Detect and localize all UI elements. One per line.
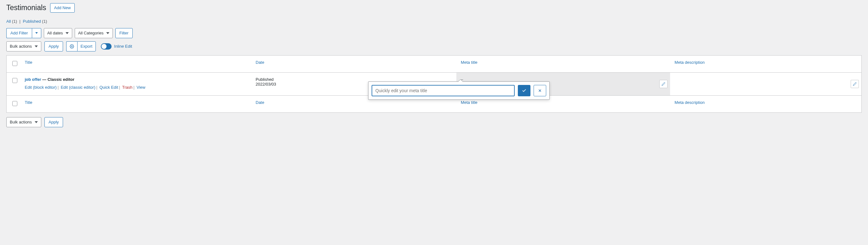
meta-title-input[interactable] xyxy=(372,85,515,96)
column-date-footer[interactable]: Date xyxy=(256,100,264,105)
popover-confirm-button[interactable] xyxy=(518,85,530,96)
edit-block-link[interactable]: Edit (block editor) xyxy=(25,85,57,90)
toggle-knob xyxy=(101,44,106,49)
table-row: job offer — Classic editor Edit (block e… xyxy=(7,72,862,96)
apply-button-bottom[interactable]: Apply xyxy=(44,117,63,127)
popover-cancel-button[interactable] xyxy=(534,85,546,96)
row-title-cell: job offer — Classic editor Edit (block e… xyxy=(21,72,251,96)
bulk-actions-select-top[interactable]: Bulk actions xyxy=(6,42,41,51)
add-new-button[interactable]: Add New xyxy=(50,3,75,12)
inline-edit-popover xyxy=(368,81,550,100)
gear-icon xyxy=(70,44,74,49)
status-filter-links: All (1) | Published (1) xyxy=(6,19,862,24)
row-meta-description-cell xyxy=(670,72,861,96)
view-link[interactable]: View xyxy=(136,85,145,90)
select-all-header xyxy=(7,55,21,72)
add-filter-button[interactable]: Add Filter xyxy=(6,28,32,38)
column-title-footer[interactable]: Title xyxy=(25,100,32,105)
check-icon xyxy=(522,88,526,93)
edit-meta-title-button[interactable] xyxy=(659,80,668,88)
add-filter-dropdown-button[interactable] xyxy=(32,28,41,38)
page-header: Testimonials Add New xyxy=(6,3,862,12)
pencil-icon xyxy=(853,82,857,86)
filter-row: Add Filter All dates All Categories Filt… xyxy=(6,28,862,38)
column-meta-description[interactable]: Meta description xyxy=(675,60,705,65)
pencil-icon xyxy=(661,82,665,86)
column-meta-description-footer[interactable]: Meta description xyxy=(675,100,705,105)
inline-edit-toggle[interactable] xyxy=(101,43,112,50)
export-group: Export xyxy=(66,42,96,51)
select-all-checkbox-top[interactable] xyxy=(12,61,17,66)
select-all-footer-cell xyxy=(7,96,21,112)
column-meta-title-footer[interactable]: Meta title xyxy=(461,100,477,105)
edit-classic-link[interactable]: Edit (classic editor) xyxy=(61,85,95,90)
caret-down-icon xyxy=(35,32,38,34)
column-meta-title[interactable]: Meta title xyxy=(461,60,477,65)
trash-link[interactable]: Trash xyxy=(122,85,133,90)
status-all-link[interactable]: All xyxy=(6,19,11,24)
action-row: Bulk actions Apply Export Inline Edit xyxy=(6,42,862,51)
filter-button[interactable]: Filter xyxy=(115,28,133,38)
apply-button-top[interactable]: Apply xyxy=(44,42,63,51)
quick-edit-link[interactable]: Quick Edit xyxy=(100,85,118,90)
bulk-actions-select-bottom[interactable]: Bulk actions xyxy=(6,117,41,127)
table-header-row: Title Date Meta title Meta description xyxy=(7,55,862,72)
status-all-count: (1) xyxy=(12,19,17,24)
column-title[interactable]: Title xyxy=(25,60,32,65)
bottom-actions: Bulk actions Apply xyxy=(6,117,862,127)
export-settings-button[interactable] xyxy=(66,42,77,51)
add-filter-group: Add Filter xyxy=(6,28,41,38)
row-meta-title-cell: – xyxy=(456,72,670,96)
post-title-link[interactable]: job offer xyxy=(25,77,41,82)
edit-meta-description-button[interactable] xyxy=(851,80,859,88)
posts-table: Title Date Meta title Meta description j… xyxy=(6,55,862,113)
row-actions: Edit (block editor)| Edit (classic edito… xyxy=(25,84,247,91)
post-status: Published xyxy=(256,77,452,82)
export-button[interactable]: Export xyxy=(77,42,96,51)
svg-point-0 xyxy=(71,46,72,47)
inline-edit-label: Inline Edit xyxy=(114,44,132,49)
dates-select[interactable]: All dates xyxy=(44,28,72,38)
row-check-cell xyxy=(7,72,21,96)
select-all-checkbox-bottom[interactable] xyxy=(12,101,17,106)
categories-select[interactable]: All Categories xyxy=(75,28,113,38)
close-icon xyxy=(538,89,542,92)
status-published-count: (1) xyxy=(42,19,47,24)
inline-edit-toggle-wrap: Inline Edit xyxy=(101,43,132,50)
page-title: Testimonials xyxy=(6,3,46,12)
row-checkbox[interactable] xyxy=(12,78,17,83)
column-date[interactable]: Date xyxy=(256,60,264,65)
status-published-link[interactable]: Published xyxy=(23,19,41,24)
post-title-suffix: — Classic editor xyxy=(41,77,74,82)
